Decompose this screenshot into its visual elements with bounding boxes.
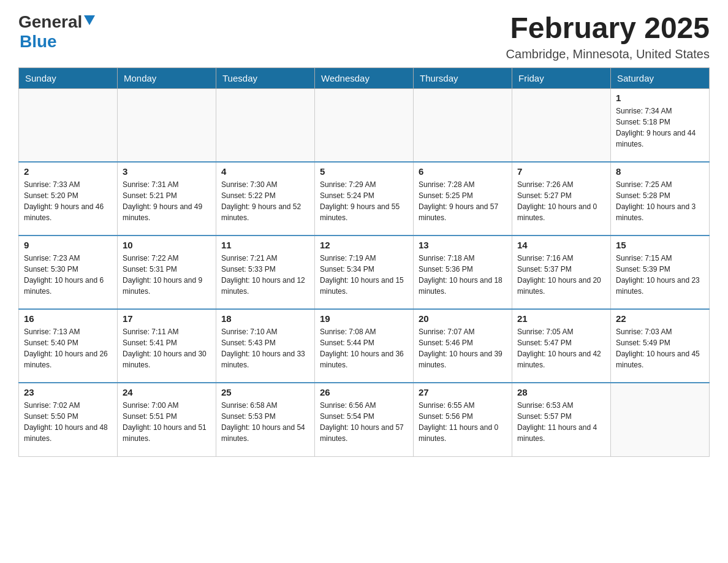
day-info-text: Daylight: 10 hours and 3 minutes. bbox=[616, 201, 704, 223]
day-info-text: Sunrise: 7:07 AM bbox=[419, 326, 507, 337]
day-number: 27 bbox=[419, 387, 507, 397]
day-number: 25 bbox=[221, 387, 309, 397]
table-row bbox=[512, 88, 611, 162]
day-info-text: Sunset: 5:49 PM bbox=[616, 337, 704, 348]
table-row: 24Sunrise: 7:00 AMSunset: 5:51 PMDayligh… bbox=[118, 383, 216, 456]
day-info-text: Sunrise: 7:23 AM bbox=[24, 253, 112, 264]
day-number: 4 bbox=[221, 166, 309, 177]
svg-marker-0 bbox=[84, 15, 95, 25]
calendar-week-row: 9Sunrise: 7:23 AMSunset: 5:30 PMDaylight… bbox=[19, 236, 710, 309]
day-info-text: Sunset: 5:27 PM bbox=[517, 190, 605, 201]
day-number: 11 bbox=[221, 240, 309, 250]
day-number: 28 bbox=[517, 387, 605, 397]
day-info-text: Daylight: 10 hours and 9 minutes. bbox=[123, 275, 211, 297]
day-info-text: Sunrise: 7:05 AM bbox=[517, 326, 605, 337]
table-row: 18Sunrise: 7:10 AMSunset: 5:43 PMDayligh… bbox=[216, 309, 315, 383]
day-info-text: Daylight: 9 hours and 55 minutes. bbox=[320, 201, 408, 223]
day-info-text: Daylight: 10 hours and 26 minutes. bbox=[24, 348, 112, 370]
day-number: 26 bbox=[320, 387, 408, 397]
day-info-text: Sunset: 5:28 PM bbox=[616, 190, 704, 201]
day-info-text: Sunset: 5:40 PM bbox=[24, 337, 112, 348]
calendar-week-row: 2Sunrise: 7:33 AMSunset: 5:20 PMDaylight… bbox=[19, 162, 710, 236]
day-info-text: Sunrise: 7:22 AM bbox=[123, 253, 211, 264]
day-info-text: Sunrise: 7:03 AM bbox=[616, 326, 704, 337]
day-info-text: Sunrise: 7:29 AM bbox=[320, 179, 408, 190]
calendar-week-row: 23Sunrise: 7:02 AMSunset: 5:50 PMDayligh… bbox=[19, 383, 710, 456]
day-number: 19 bbox=[320, 313, 408, 324]
day-number: 12 bbox=[320, 240, 408, 250]
day-info-text: Sunrise: 7:34 AM bbox=[616, 105, 704, 117]
day-info-text: Daylight: 10 hours and 45 minutes. bbox=[616, 348, 704, 370]
day-number: 24 bbox=[123, 387, 211, 397]
day-info-text: Sunrise: 7:26 AM bbox=[517, 179, 605, 190]
day-info-text: Sunset: 5:22 PM bbox=[221, 190, 309, 201]
day-info-text: Daylight: 9 hours and 52 minutes. bbox=[221, 201, 309, 223]
table-row: 2Sunrise: 7:33 AMSunset: 5:20 PMDaylight… bbox=[19, 162, 118, 236]
calendar-table: Sunday Monday Tuesday Wednesday Thursday… bbox=[18, 67, 710, 457]
day-info-text: Sunrise: 7:02 AM bbox=[24, 400, 112, 411]
day-info-text: Sunrise: 7:15 AM bbox=[616, 253, 704, 264]
day-info-text: Daylight: 10 hours and 54 minutes. bbox=[221, 422, 309, 444]
table-row: 8Sunrise: 7:25 AMSunset: 5:28 PMDaylight… bbox=[611, 162, 710, 236]
day-info-text: Daylight: 10 hours and 30 minutes. bbox=[123, 348, 211, 370]
table-row: 23Sunrise: 7:02 AMSunset: 5:50 PMDayligh… bbox=[19, 383, 118, 456]
page-header: General Blue February 2025 Cambridge, Mi… bbox=[18, 12, 710, 61]
table-row: 27Sunrise: 6:55 AMSunset: 5:56 PMDayligh… bbox=[414, 383, 512, 456]
day-number: 5 bbox=[320, 166, 408, 177]
day-number: 2 bbox=[24, 166, 112, 177]
day-info-text: Sunrise: 7:25 AM bbox=[616, 179, 704, 190]
day-number: 23 bbox=[24, 387, 112, 397]
day-info-text: Sunrise: 7:08 AM bbox=[320, 326, 408, 337]
day-info-text: Sunrise: 7:16 AM bbox=[517, 253, 605, 264]
header-tuesday: Tuesday bbox=[216, 67, 315, 88]
day-info-text: Sunrise: 7:00 AM bbox=[123, 400, 211, 411]
calendar-header-row: Sunday Monday Tuesday Wednesday Thursday… bbox=[19, 67, 710, 88]
day-info-text: Daylight: 10 hours and 20 minutes. bbox=[517, 275, 605, 297]
table-row: 11Sunrise: 7:21 AMSunset: 5:33 PMDayligh… bbox=[216, 236, 315, 309]
table-row: 5Sunrise: 7:29 AMSunset: 5:24 PMDaylight… bbox=[315, 162, 414, 236]
day-number: 9 bbox=[24, 240, 112, 250]
day-number: 3 bbox=[123, 166, 211, 177]
day-number: 8 bbox=[616, 166, 704, 177]
day-number: 13 bbox=[419, 240, 507, 250]
day-info-text: Sunset: 5:47 PM bbox=[517, 337, 605, 348]
table-row: 7Sunrise: 7:26 AMSunset: 5:27 PMDaylight… bbox=[512, 162, 611, 236]
day-number: 21 bbox=[517, 313, 605, 324]
table-row: 13Sunrise: 7:18 AMSunset: 5:36 PMDayligh… bbox=[414, 236, 512, 309]
day-info-text: Sunset: 5:33 PM bbox=[221, 264, 309, 275]
header-monday: Monday bbox=[118, 67, 216, 88]
day-info-text: Daylight: 10 hours and 51 minutes. bbox=[123, 422, 211, 444]
table-row bbox=[414, 88, 512, 162]
day-info-text: Daylight: 9 hours and 49 minutes. bbox=[123, 201, 211, 223]
logo-blue-text: Blue bbox=[20, 32, 57, 51]
day-info-text: Daylight: 9 hours and 46 minutes. bbox=[24, 201, 112, 223]
day-info-text: Sunset: 5:50 PM bbox=[24, 411, 112, 422]
table-row: 25Sunrise: 6:58 AMSunset: 5:53 PMDayligh… bbox=[216, 383, 315, 456]
day-info-text: Daylight: 10 hours and 57 minutes. bbox=[320, 422, 408, 444]
table-row: 6Sunrise: 7:28 AMSunset: 5:25 PMDaylight… bbox=[414, 162, 512, 236]
day-info-text: Sunset: 5:39 PM bbox=[616, 264, 704, 275]
logo-general-text: General bbox=[18, 12, 82, 32]
table-row: 12Sunrise: 7:19 AMSunset: 5:34 PMDayligh… bbox=[315, 236, 414, 309]
day-info-text: Sunset: 5:20 PM bbox=[24, 190, 112, 201]
day-number: 14 bbox=[517, 240, 605, 250]
day-info-text: Sunset: 5:46 PM bbox=[419, 337, 507, 348]
day-info-text: Sunrise: 7:10 AM bbox=[221, 326, 309, 337]
logo-triangle-icon bbox=[84, 15, 95, 29]
table-row bbox=[611, 383, 710, 456]
calendar-week-row: 1Sunrise: 7:34 AMSunset: 5:18 PMDaylight… bbox=[19, 88, 710, 162]
day-number: 22 bbox=[616, 313, 704, 324]
day-info-text: Daylight: 10 hours and 33 minutes. bbox=[221, 348, 309, 370]
day-info-text: Daylight: 10 hours and 6 minutes. bbox=[24, 275, 112, 297]
table-row: 20Sunrise: 7:07 AMSunset: 5:46 PMDayligh… bbox=[414, 309, 512, 383]
table-row: 28Sunrise: 6:53 AMSunset: 5:57 PMDayligh… bbox=[512, 383, 611, 456]
table-row: 17Sunrise: 7:11 AMSunset: 5:41 PMDayligh… bbox=[118, 309, 216, 383]
table-row: 16Sunrise: 7:13 AMSunset: 5:40 PMDayligh… bbox=[19, 309, 118, 383]
day-info-text: Sunrise: 7:33 AM bbox=[24, 179, 112, 190]
table-row bbox=[216, 88, 315, 162]
day-info-text: Daylight: 10 hours and 15 minutes. bbox=[320, 275, 408, 297]
day-number: 18 bbox=[221, 313, 309, 324]
logo: General Blue bbox=[18, 12, 95, 52]
table-row: 4Sunrise: 7:30 AMSunset: 5:22 PMDaylight… bbox=[216, 162, 315, 236]
day-number: 17 bbox=[123, 313, 211, 324]
